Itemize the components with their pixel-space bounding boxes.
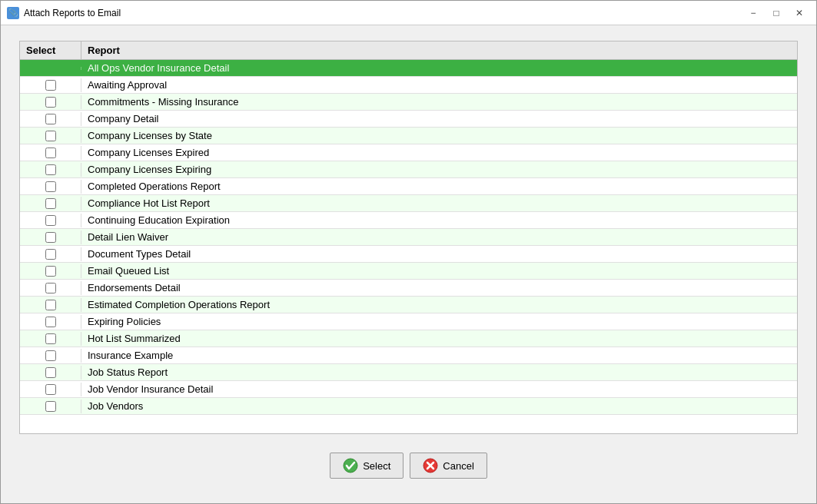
table-row[interactable]: Compliance Hot List Report bbox=[20, 195, 797, 212]
row-checkbox[interactable] bbox=[45, 198, 56, 209]
report-name: Insurance Example bbox=[88, 350, 173, 361]
report-name-cell: Company Licenses Expiring bbox=[81, 162, 797, 177]
checkbox-cell bbox=[20, 67, 81, 70]
table-row[interactable]: Company Licenses Expiring bbox=[20, 161, 797, 178]
row-checkbox[interactable] bbox=[45, 367, 56, 378]
report-name: Job Vendors bbox=[88, 400, 143, 412]
report-name-cell: Job Vendor Insurance Detail bbox=[81, 382, 797, 396]
row-checkbox[interactable] bbox=[45, 266, 56, 277]
report-name: Compliance Hot List Report bbox=[88, 197, 210, 209]
cancel-icon bbox=[423, 458, 438, 473]
report-name-cell: Hot List Summarized bbox=[81, 331, 797, 346]
maximize-button[interactable]: □ bbox=[766, 5, 787, 21]
table-row[interactable]: Completed Operations Report bbox=[20, 178, 797, 195]
table-row[interactable]: Company Licenses Expired bbox=[20, 144, 797, 161]
report-name: All Ops Vendor Insurance Detail bbox=[88, 62, 229, 74]
row-checkbox[interactable] bbox=[45, 114, 56, 124]
table-row[interactable]: Company Licenses by State bbox=[20, 128, 797, 144]
checkbox-cell bbox=[20, 180, 81, 194]
checkbox-cell bbox=[20, 95, 81, 109]
table-row[interactable]: Email Queued List bbox=[20, 263, 797, 280]
checkbox-cell bbox=[20, 146, 81, 160]
table-row[interactable]: Company Detail bbox=[20, 111, 797, 128]
row-checkbox[interactable] bbox=[45, 148, 56, 158]
checkbox-cell bbox=[20, 298, 81, 312]
table-row[interactable]: Detail Lien Waiver bbox=[20, 229, 797, 246]
report-name: Email Queued List bbox=[88, 265, 169, 277]
table-row[interactable]: Expiring Policies bbox=[20, 313, 797, 330]
table-row[interactable]: Commitments - Missing Insurance bbox=[20, 94, 797, 111]
cancel-button-label: Cancel bbox=[443, 460, 473, 472]
report-name-cell: Document Types Detail bbox=[81, 247, 797, 261]
main-window: 📎 Attach Reports to Email − □ ✕ Select R… bbox=[0, 0, 817, 504]
report-name-cell: Company Detail bbox=[81, 111, 797, 126]
table-row[interactable]: Awaiting Approval bbox=[20, 77, 797, 94]
row-checkbox[interactable] bbox=[45, 401, 56, 412]
select-button[interactable]: Select bbox=[330, 453, 404, 479]
checkbox-cell bbox=[20, 112, 81, 126]
row-checkbox[interactable] bbox=[45, 232, 56, 243]
table-row[interactable]: Continuing Education Expiration bbox=[20, 212, 797, 229]
report-name: Company Licenses Expired bbox=[88, 147, 209, 158]
select-button-label: Select bbox=[363, 460, 390, 472]
report-name: Endorsements Detail bbox=[88, 282, 181, 293]
window-body: Select Report All Ops Vendor Insurance D… bbox=[1, 25, 816, 503]
table-row[interactable]: All Ops Vendor Insurance Detail bbox=[20, 60, 797, 77]
checkbox-cell bbox=[20, 332, 81, 346]
table-row[interactable]: Estimated Completion Operations Report bbox=[20, 297, 797, 313]
table-row[interactable]: Endorsements Detail bbox=[20, 280, 797, 297]
report-name-cell: Commitments - Missing Insurance bbox=[81, 94, 797, 109]
title-bar-controls: − □ ✕ bbox=[742, 5, 810, 21]
row-checkbox[interactable] bbox=[45, 333, 56, 344]
minimize-button[interactable]: − bbox=[742, 5, 764, 21]
checkbox-cell bbox=[20, 383, 81, 396]
table-row[interactable]: Insurance Example bbox=[20, 347, 797, 364]
report-name-cell: Job Vendors bbox=[81, 399, 797, 413]
row-checkbox[interactable] bbox=[45, 317, 56, 327]
checkmark-icon bbox=[343, 458, 358, 473]
row-checkbox[interactable] bbox=[45, 131, 56, 141]
cancel-button[interactable]: Cancel bbox=[410, 453, 487, 479]
row-checkbox[interactable] bbox=[45, 97, 56, 108]
report-name: Hot List Summarized bbox=[88, 333, 181, 344]
report-name-cell: Detail Lien Waiver bbox=[81, 230, 797, 244]
row-checkbox[interactable] bbox=[45, 249, 56, 260]
report-name: Continuing Education Expiration bbox=[88, 214, 230, 226]
report-name-cell: Awaiting Approval bbox=[81, 78, 797, 92]
checkbox-cell bbox=[20, 264, 81, 278]
table-header: Select Report bbox=[20, 41, 797, 60]
row-checkbox[interactable] bbox=[45, 181, 56, 192]
row-checkbox[interactable] bbox=[45, 80, 56, 91]
row-checkbox[interactable] bbox=[45, 164, 56, 175]
table-row[interactable]: Job Status Report bbox=[20, 364, 797, 381]
close-button[interactable]: ✕ bbox=[789, 5, 810, 21]
report-name: Detail Lien Waiver bbox=[88, 231, 168, 243]
table-row[interactable]: Job Vendor Insurance Detail bbox=[20, 381, 797, 398]
table-row[interactable]: Hot List Summarized bbox=[20, 330, 797, 347]
report-name-cell: Company Licenses Expired bbox=[81, 145, 797, 160]
checkbox-cell bbox=[20, 281, 81, 295]
window-icon: 📎 bbox=[7, 7, 19, 19]
checkbox-cell bbox=[20, 247, 81, 261]
report-name-cell: Endorsements Detail bbox=[81, 280, 797, 295]
report-name-cell: Expiring Policies bbox=[81, 314, 797, 329]
table-row[interactable]: Document Types Detail bbox=[20, 246, 797, 263]
row-checkbox[interactable] bbox=[45, 300, 56, 310]
row-checkbox[interactable] bbox=[45, 350, 56, 361]
table-scroll-area[interactable]: All Ops Vendor Insurance DetailAwaiting … bbox=[20, 60, 797, 433]
report-name: Job Status Report bbox=[88, 366, 168, 378]
report-name: Document Types Detail bbox=[88, 248, 191, 260]
checkbox-cell bbox=[20, 400, 81, 413]
report-name-cell: Estimated Completion Operations Report bbox=[81, 297, 797, 312]
report-name: Awaiting Approval bbox=[88, 79, 167, 91]
report-name: Commitments - Missing Insurance bbox=[88, 96, 239, 108]
row-checkbox[interactable] bbox=[45, 215, 56, 226]
report-name: Company Licenses by State bbox=[88, 130, 212, 141]
checkbox-cell bbox=[20, 366, 81, 380]
table-row[interactable]: Job Vendors bbox=[20, 398, 797, 415]
row-checkbox[interactable] bbox=[45, 384, 56, 395]
title-bar: 📎 Attach Reports to Email − □ ✕ bbox=[1, 1, 816, 25]
row-checkbox[interactable] bbox=[45, 283, 56, 293]
checkbox-cell bbox=[20, 163, 81, 177]
report-name-cell: Compliance Hot List Report bbox=[81, 196, 797, 211]
